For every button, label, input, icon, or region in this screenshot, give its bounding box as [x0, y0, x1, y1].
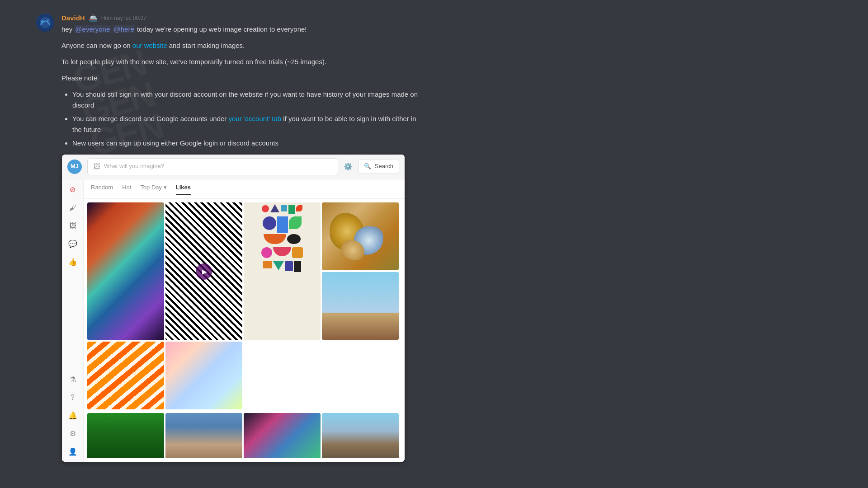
tab-likes[interactable]: Likes: [176, 183, 191, 195]
search-label: Search: [375, 162, 393, 171]
bullet-list: You should still sign in with your disco…: [61, 89, 425, 149]
play-button[interactable]: ▶: [196, 263, 212, 280]
paragraph2: To let people play with the new site, we…: [61, 56, 425, 67]
preview-tabs: Random Hot Top Day ▾ Likes: [84, 179, 405, 199]
sidebar-image-icon[interactable]: 🖼: [68, 221, 78, 231]
sidebar-chat-icon[interactable]: 💬: [68, 239, 78, 249]
sidebar-profile-icon[interactable]: 👤: [68, 446, 78, 456]
images-grid: ▶: [84, 199, 405, 413]
tab-hot[interactable]: Hot: [122, 183, 131, 195]
svg-point-3: [47, 19, 49, 21]
image-sky-person[interactable]: [322, 272, 399, 340]
preview-user-avatar: MJ: [67, 160, 82, 174]
image-pastel-wavy[interactable]: [165, 342, 242, 409]
bullet-2: You can merge discord and Google account…: [72, 113, 425, 135]
tab-top-day[interactable]: Top Day ▾: [140, 183, 166, 195]
intro-paragraph: hey @everyone @here today we're opening …: [61, 24, 425, 35]
image-metallic-blobs[interactable]: [322, 202, 399, 270]
website-preview: MJ 🖼 What will you imagine? ⚙️ 🔍 Search: [61, 154, 405, 462]
preview-main-area: Random Hot Top Day ▾ Likes ▶: [84, 179, 405, 462]
bullet-3: New users can sign up using either Googl…: [72, 138, 425, 149]
sidebar-home-icon[interactable]: ⊘: [68, 185, 78, 195]
message-text: hey @everyone @here today we're opening …: [61, 24, 425, 462]
intro-rest: today we're opening up web image creatio…: [137, 25, 307, 33]
sidebar-like-icon[interactable]: 👍: [68, 257, 78, 267]
preview-sidebar: ⊘ 🖌 🖼 💬 👍 ⚗ ? 🔔 ⚙ 👤: [62, 179, 84, 462]
preview-body: ⊘ 🖌 🖼 💬 👍 ⚗ ? 🔔 ⚙ 👤: [62, 179, 405, 462]
username: DavidH: [61, 14, 85, 22]
images-grid-row3: [84, 413, 405, 462]
svg-point-2: [41, 20, 44, 23]
sidebar-help-icon[interactable]: ?: [68, 392, 78, 402]
image-wavy[interactable]: ▶: [165, 202, 242, 340]
account-tab-link[interactable]: your 'account' tab: [229, 115, 282, 122]
mention-here[interactable]: @here: [113, 25, 135, 33]
timestamp: Hôm nay lúc 00:07: [101, 15, 146, 21]
image-portrait[interactable]: [87, 202, 164, 340]
preview-search-box[interactable]: 🔍 Search: [358, 159, 399, 174]
preview-prompt-input[interactable]: 🖼 What will you imagine?: [87, 158, 338, 175]
paragraph1: Anyone can now go on our website and sta…: [61, 40, 425, 51]
bot-icon: 🚢: [89, 14, 98, 22]
image-orange-stripes[interactable]: [87, 342, 164, 409]
preview-toolbar: MJ 🖼 What will you imagine? ⚙️ 🔍 Search: [62, 155, 405, 179]
para1-before: Anyone can now go on: [61, 42, 132, 49]
para1-after: and start making images.: [169, 42, 245, 49]
bullet-1: You should still sign in with your disco…: [72, 89, 425, 111]
sidebar-flask-icon[interactable]: ⚗: [68, 374, 78, 384]
sidebar-bell-icon[interactable]: 🔔: [68, 410, 78, 420]
please-note: Please note: [61, 73, 425, 84]
tab-random[interactable]: Random: [91, 183, 113, 195]
message-container: DavidH 🚢 Hôm nay lúc 00:07 hey @everyone…: [27, 5, 434, 471]
sidebar-bottom: ⚗ ? 🔔 ⚙ 👤: [68, 374, 78, 456]
hey-word: hey: [61, 25, 72, 33]
message-header: DavidH 🚢 Hôm nay lúc 00:07: [61, 14, 425, 22]
avatar: [36, 14, 54, 32]
image-building[interactable]: [322, 413, 399, 458]
search-icon: 🔍: [364, 162, 371, 171]
mention-everyone[interactable]: @everyone: [74, 25, 111, 33]
image-geometric-shapes[interactable]: [244, 202, 321, 340]
filter-icon[interactable]: ⚙️: [344, 161, 353, 173]
search-placeholder: What will you imagine?: [104, 162, 164, 171]
our-website-link[interactable]: our website: [132, 42, 167, 49]
image-icon: 🖼: [93, 161, 100, 173]
image-blue-figure[interactable]: [165, 413, 242, 458]
message-body: DavidH 🚢 Hôm nay lúc 00:07 hey @everyone…: [61, 14, 425, 462]
sidebar-paint-icon[interactable]: 🖌: [68, 203, 78, 213]
sidebar-settings-icon[interactable]: ⚙: [68, 428, 78, 438]
image-tropical[interactable]: [87, 413, 164, 458]
image-shapes2[interactable]: [244, 413, 321, 458]
svg-point-1: [40, 17, 51, 28]
